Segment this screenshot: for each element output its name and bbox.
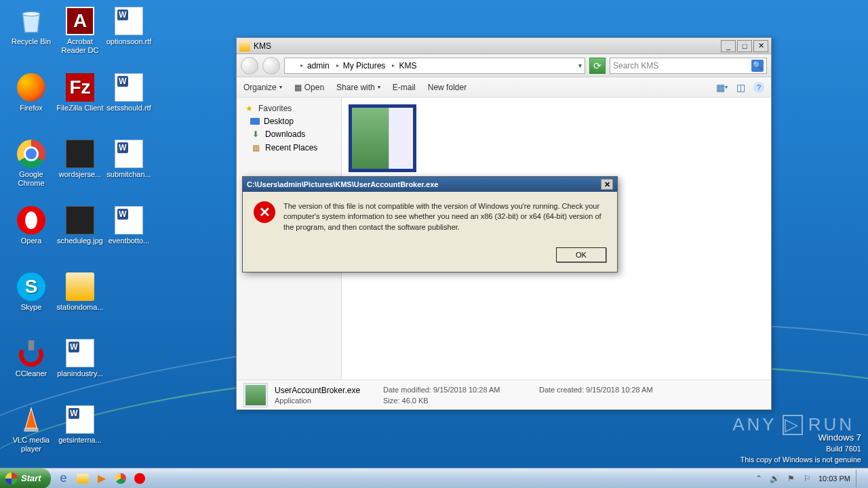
open-button[interactable]: ▦ Open [294, 83, 324, 92]
toolbar: Organize▾ ▦ Open Share with▾ E-mail New … [237, 77, 771, 98]
minimize-button[interactable]: _ [721, 40, 736, 52]
desktop-icon-setsshould-rtf[interactable]: setsshould.rtf [104, 73, 153, 113]
new-folder-button[interactable]: New folder [428, 83, 467, 92]
desktop-icon-ccleaner[interactable]: CCleaner [7, 339, 56, 378]
forward-button[interactable] [262, 57, 280, 75]
icon-label: FileZilla Client [56, 104, 104, 113]
share-menu[interactable]: Share with▾ [336, 83, 380, 92]
sidebar-favorites[interactable]: ★Favorites [237, 102, 341, 115]
tray-volume-icon[interactable]: 🔊 [770, 473, 781, 484]
desktop-icon-optionsoon-rtf[interactable]: optionsoon.rtf [104, 7, 153, 46]
word-icon [66, 339, 94, 367]
taskbar-ie[interactable]: e [55, 470, 73, 487]
folder-icon [288, 60, 298, 71]
desktop-icon-vlc-media-player[interactable]: VLC media player [7, 405, 56, 453]
windows-orb-icon [5, 472, 18, 485]
desktop-icon-scheduleg-jpg[interactable]: scheduleg.jpg [56, 206, 104, 245]
close-button[interactable]: ✕ [753, 40, 768, 52]
tray-flag-icon[interactable]: ⚐ [802, 473, 813, 484]
start-button[interactable]: Start [0, 468, 51, 489]
sidebar-item-desktop[interactable]: Desktop [237, 115, 341, 127]
file-thumbnail[interactable] [349, 104, 416, 172]
word-icon [115, 206, 143, 235]
desktop-icon-getsinterna-[interactable]: getsinterna... [56, 405, 104, 445]
firefox-icon [17, 73, 45, 102]
dialog-titlebar[interactable]: C:\Users\admin\Pictures\KMS\UserAccountB… [243, 177, 617, 192]
folder-icon [239, 41, 250, 52]
breadcrumb-seg[interactable]: admin [303, 61, 334, 70]
help-icon[interactable]: ? [753, 82, 764, 93]
desktop-icon-acrobat-reader-dc[interactable]: AAcrobat Reader DC [56, 7, 104, 55]
icon-label: submitchan... [104, 170, 153, 179]
search-placeholder: Search KMS [613, 61, 658, 70]
details-type: Application [275, 396, 370, 405]
skype-icon: S [17, 272, 45, 301]
back-button[interactable] [241, 57, 258, 75]
sidebar-item-downloads[interactable]: ⬇Downloads [237, 127, 341, 141]
taskbar-opera[interactable] [131, 470, 149, 487]
jpg-icon [66, 140, 94, 168]
breadcrumb-seg[interactable]: My Pictures [339, 61, 391, 70]
breadcrumb-seg[interactable]: KMS [395, 61, 421, 70]
adobe-icon: A [66, 7, 94, 35]
desktop-icon-eventbotto-[interactable]: eventbotto... [104, 206, 153, 245]
word-icon [115, 73, 143, 102]
refresh-button[interactable]: ⟳ [589, 58, 606, 74]
dialog-message: The version of this file is not compatib… [283, 201, 606, 232]
dialog-close-button[interactable]: ✕ [601, 179, 613, 190]
word-icon [115, 7, 143, 35]
search-input[interactable]: Search KMS 🔍 [610, 58, 767, 74]
desktop-icon-recycle-bin[interactable]: Recycle Bin [7, 7, 56, 46]
svg-rect-2 [28, 340, 34, 350]
dialog-title: C:\Users\admin\Pictures\KMS\UserAccountB… [247, 180, 438, 188]
icon-label: Opera [7, 237, 56, 245]
icon-label: CCleaner [7, 369, 56, 378]
bin-icon [17, 7, 45, 35]
view-menu[interactable]: ▦ ▾ [715, 81, 728, 94]
desktop-icon-wordsjerse-[interactable]: wordsjerse... [56, 140, 104, 179]
icon-label: getsinterna... [56, 436, 104, 445]
desktop-icon-submitchan-[interactable]: submitchan... [104, 140, 153, 179]
icon-label: VLC media player [7, 436, 56, 453]
address-bar[interactable]: ▸ admin▸ My Pictures▸ KMS ▾ [284, 58, 585, 74]
desktop-icon-google-chrome[interactable]: Google Chrome [7, 140, 56, 188]
filezilla-icon: Fz [66, 73, 94, 102]
desktop-icon-filezilla-client[interactable]: FzFileZilla Client [56, 73, 104, 113]
taskbar-explorer[interactable] [74, 470, 92, 487]
taskbar: Start e ▶ ⌃ 🔊 ⚑ ⚐ 10:03 PM [0, 468, 868, 488]
desktop-icon-firefox[interactable]: Firefox [7, 73, 56, 113]
tray-network-icon[interactable]: ⚑ [786, 473, 797, 484]
icon-label: Recycle Bin [7, 37, 56, 46]
tray-chevron-icon[interactable]: ⌃ [753, 473, 764, 484]
taskbar-mediaplayer[interactable]: ▶ [93, 470, 111, 487]
icon-label: Firefox [7, 104, 56, 113]
error-icon: ✕ [254, 201, 275, 223]
ccleaner-icon [17, 339, 45, 367]
details-pane: UserAccountBroker.exe Date modified: 9/1… [237, 380, 771, 409]
navbar: ▸ admin▸ My Pictures▸ KMS ▾ ⟳ Search KMS… [237, 54, 771, 77]
desktop-icon-stationdoma-[interactable]: stationdoma... [56, 272, 104, 312]
explorer-titlebar[interactable]: KMS _ □ ✕ [237, 38, 771, 54]
desktop-icon-opera[interactable]: Opera [7, 206, 56, 245]
clock[interactable]: 10:03 PM [818, 474, 850, 483]
vlc-icon [17, 405, 45, 434]
email-button[interactable]: E-mail [393, 83, 416, 92]
jpg-icon [66, 206, 94, 235]
taskbar-chrome[interactable] [112, 470, 130, 487]
icon-label: Skype [7, 303, 56, 312]
folder-icon [66, 272, 94, 301]
desktop-icon-planindustry-[interactable]: planindustry... [56, 339, 104, 378]
window-title: KMS [254, 41, 271, 51]
desktop-icon-skype[interactable]: SSkype [7, 272, 56, 312]
icon-label: Google Chrome [7, 170, 56, 188]
preview-pane-button[interactable]: ◫ [734, 81, 747, 94]
maximize-button[interactable]: □ [737, 40, 752, 52]
word-icon [66, 405, 94, 434]
ok-button[interactable]: OK [556, 247, 606, 262]
organize-menu[interactable]: Organize▾ [243, 83, 282, 92]
show-desktop-button[interactable] [856, 470, 863, 487]
sidebar-item-recent[interactable]: ▦Recent Places [237, 141, 341, 155]
search-icon[interactable]: 🔍 [751, 60, 764, 72]
icon-label: planindustry... [56, 369, 104, 378]
icon-label: wordsjerse... [56, 170, 104, 179]
